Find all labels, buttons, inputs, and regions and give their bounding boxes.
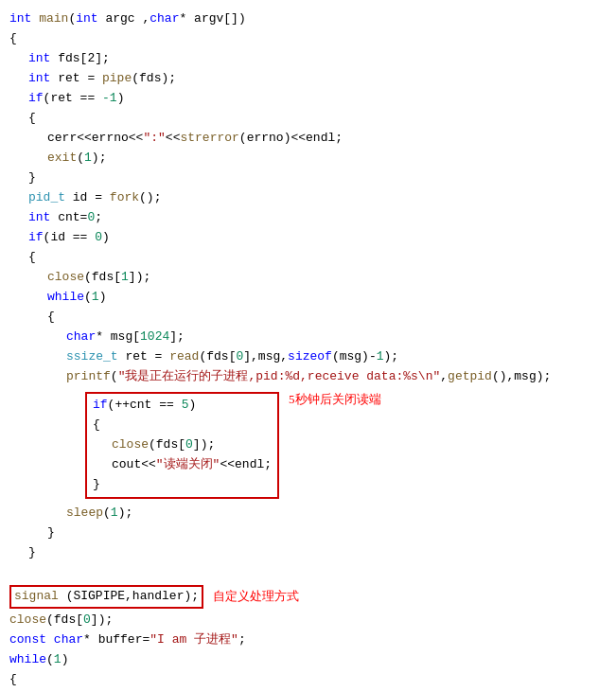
line-cnt: int cnt= 0 ;: [9, 208, 607, 228]
line-if-cnt: if (++cnt == 5 ): [93, 396, 272, 416]
fn-main: main: [39, 9, 68, 29]
line-if-ret: if (ret == -1 ): [9, 89, 607, 109]
line-exit: exit ( 1 );: [9, 149, 607, 169]
annotation-close-read: 5秒钟后关闭读端: [289, 390, 381, 410]
line-printf: printf ( "我是正在运行的子进程,pid:%d,receive data…: [9, 367, 607, 387]
line-brace4: {: [9, 248, 607, 268]
line-fds-decl: int fds[2];: [9, 49, 607, 69]
line-brace6: {: [93, 416, 272, 435]
keyword-int: int: [9, 9, 31, 29]
code-container: int main ( int argc , char * argv[]) { i…: [0, 0, 616, 692]
line-brace3: }: [9, 169, 607, 188]
line-pipe: int ret = pipe (fds);: [9, 69, 607, 89]
signal-line-container: signal (SIGPIPE,handler); 自定义处理方式: [9, 585, 607, 609]
line-main-decl: int main ( int argc , char * argv[]): [9, 9, 607, 29]
keyword-char: char: [150, 9, 179, 29]
line-brace8: }: [9, 523, 607, 543]
line-brace5: {: [9, 308, 607, 328]
line-read: ssize_t ret = read (fds[ 0 ],msg, sizeof…: [9, 347, 607, 367]
line-msg-decl: char * msg[ 1024 ];: [9, 328, 607, 347]
line-while2: while ( 1 ): [9, 650, 607, 670]
line-brace10: {: [9, 670, 607, 690]
highlighted-section: if (++cnt == 5 ) { close (fds[ 0 ]); cou…: [9, 390, 607, 501]
line-sleep1: sleep ( 1 );: [9, 504, 607, 523]
red-bordered-block: if (++cnt == 5 ) { close (fds[ 0 ]); cou…: [85, 392, 279, 499]
line-brace2: {: [9, 109, 607, 129]
line-blank: [9, 563, 607, 583]
line-if-id: if (id == 0 ): [9, 228, 607, 248]
line-brace-open: {: [9, 29, 607, 49]
signal-red-box: signal (SIGPIPE,handler);: [9, 585, 203, 609]
line-buffer-decl: const char * buffer= "I am 子进程" ;: [9, 630, 607, 650]
line-close-fds1: close (fds[ 1 ]);: [9, 268, 607, 288]
line-cout-close: cout<< "读端关闭" <<endl;: [93, 455, 272, 475]
line-brace9: }: [9, 543, 607, 563]
line-close-fds0-inner: close (fds[ 0 ]);: [93, 435, 272, 455]
line-fork: pid_t id = fork ();: [9, 188, 607, 208]
annotation-signal: 自定义处理方式: [213, 587, 299, 607]
line-brace7: }: [93, 475, 272, 495]
line-close-fds0-outer: close (fds[ 0 ]);: [9, 611, 607, 630]
line-cerr: cerr<<errno<< ":" << strerror (errno)<<e…: [9, 129, 607, 149]
keyword-int2: int: [76, 9, 97, 29]
line-while: while ( 1 ): [9, 288, 607, 308]
